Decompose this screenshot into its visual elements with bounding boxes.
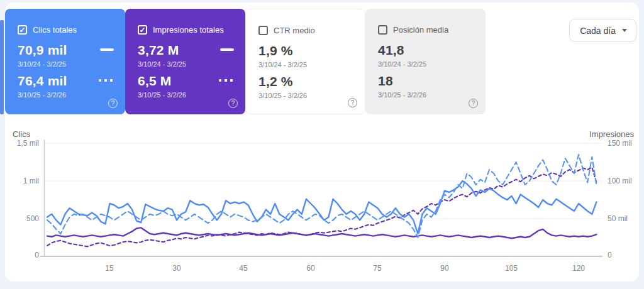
metric-period-a: 3/10/24 - 3/2/25 [378,60,426,68]
series-clics-3/10/25-3/2/26 [47,155,596,237]
checkbox-checked-icon[interactable]: ✓ [18,25,27,35]
metric-label: Clics totales [33,25,77,35]
series-clics-3/10/24-3/2/25 [47,181,596,234]
metric-label: Posición media [393,25,448,35]
checkbox-unchecked-icon[interactable] [258,26,268,35]
metric-period-b: 3/10/25 - 3/2/26 [258,92,307,99]
metric-period-a: 3/10/24 - 3/2/25 [138,60,186,68]
metric-period-a: 3/10/24 - 3/2/25 [18,60,66,68]
metric-value-period-a: 41,8 [378,43,404,58]
metric-label: CTR medio [274,26,315,35]
dashed-line-legend-icon [99,79,114,82]
left-edge-artifact [0,20,4,114]
help-icon[interactable]: ? [469,99,478,108]
metric-value-period-b: 76,4 mil [18,74,67,89]
metric-toggle-row[interactable]: ✓ Clics totales [18,25,77,35]
performance-line-chart[interactable] [0,132,644,289]
metric-value-period-b: 6,5 M [138,74,172,89]
metric-period-b: 3/10/25 - 3/2/26 [18,91,66,99]
help-icon[interactable]: ? [348,98,357,107]
help-icon[interactable]: ? [108,99,118,108]
metric-period-b: 3/10/25 - 3/2/26 [138,91,186,99]
metric-toggle-row[interactable]: ✓ Impresiones totales [138,25,224,35]
metric-value-period-a: 3,72 M [138,43,179,58]
metric-value-period-a: 1,9 % [258,43,293,58]
solid-line-legend-icon [100,48,114,51]
metric-card-impresiones-totales[interactable]: ✓ Impresiones totales 3,72 M 3/10/24 - 3… [125,9,245,114]
metric-card-ctr-medio[interactable]: CTR medio 1,9 % 3/10/24 - 3/2/25 1,2 % 3… [245,9,365,114]
metric-period-b: 3/10/25 - 3/2/26 [378,91,426,99]
dropdown-caret-icon [622,29,627,32]
metric-card-clics-totales[interactable]: ✓ Clics totales 70,9 mil 3/10/24 - 3/2/2… [5,9,125,114]
metric-period-a: 3/10/24 - 3/2/25 [258,61,307,68]
checkbox-checked-icon[interactable]: ✓ [138,25,147,35]
solid-line-legend-icon [220,48,234,51]
granularity-dropdown[interactable]: Cada día [569,19,636,42]
dashed-line-legend-icon [219,79,234,82]
granularity-label: Cada día [580,26,616,36]
metric-value-period-a: 70,9 mil [18,43,67,58]
checkbox-unchecked-icon[interactable] [378,25,387,35]
metric-card-posicion-media[interactable]: Posición media 41,8 3/10/24 - 3/2/25 18 … [365,9,486,114]
metric-label: Impresiones totales [153,25,224,35]
metric-value-period-b: 18 [378,74,393,89]
metric-toggle-row[interactable]: Posición media [378,25,448,35]
help-icon[interactable]: ? [228,99,238,108]
metric-toggle-row[interactable]: CTR medio [258,26,315,35]
metric-value-period-b: 1,2 % [258,74,293,89]
